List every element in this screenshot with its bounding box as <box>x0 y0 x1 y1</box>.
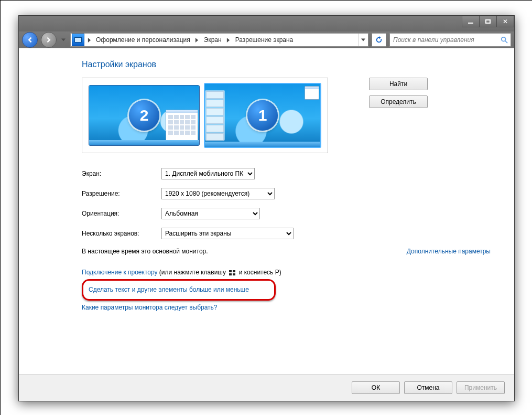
windows-key-icon <box>229 270 236 276</box>
back-button[interactable] <box>22 32 38 48</box>
ok-button[interactable]: ОК <box>352 381 400 394</box>
detect-button[interactable]: Найти <box>369 78 428 90</box>
select-display[interactable]: 1. Дисплей мобильного ПК <box>161 168 255 179</box>
link-projector[interactable]: Подключение к проектору <box>82 269 158 276</box>
identify-button[interactable]: Определить <box>369 95 428 108</box>
forward-button[interactable] <box>41 32 57 48</box>
chevron-right-icon[interactable] <box>85 34 93 46</box>
svg-line-1 <box>505 41 507 43</box>
label-display: Экран: <box>82 170 161 177</box>
monitor-number-badge: 2 <box>129 100 159 131</box>
window-icon <box>305 86 319 100</box>
select-resolution[interactable]: 1920 x 1080 (рекомендуется) <box>161 188 275 199</box>
search-box[interactable] <box>389 33 511 47</box>
crumb-appearance[interactable]: Оформление и персонализация <box>93 34 193 46</box>
path-dropdown[interactable] <box>358 34 368 46</box>
refresh-button[interactable] <box>372 33 386 47</box>
content-area: Настройки экранов 2 <box>19 48 514 375</box>
select-multi[interactable]: Расширить эти экраны <box>161 228 294 239</box>
link-which-settings[interactable]: Какие параметры монитора следует выбрать… <box>82 304 218 311</box>
search-input[interactable] <box>390 36 498 44</box>
apply-button[interactable]: Применить <box>457 381 505 394</box>
link-advanced[interactable]: Дополнительные параметры <box>407 248 491 255</box>
svg-point-0 <box>502 37 506 41</box>
highlight-annotation: Сделать текст и другие элементы больше и… <box>82 279 276 300</box>
monitor-number-badge: 1 <box>247 100 278 131</box>
text-projector-hint2: и коснитесь P) <box>237 269 281 276</box>
address-bar: Оформление и персонализация Экран Разреш… <box>19 31 514 48</box>
window-icon <box>166 110 198 143</box>
monitor-2[interactable]: 2 <box>89 85 200 146</box>
maximize-button[interactable] <box>480 16 497 27</box>
page-title: Настройки экранов <box>82 60 498 69</box>
search-icon <box>498 36 511 44</box>
primary-monitor-text: В настоящее время это основной монитор. <box>82 248 208 255</box>
crumb-resolution[interactable]: Разрешение экрана <box>232 34 297 46</box>
history-dropdown[interactable] <box>60 33 67 47</box>
link-text-size[interactable]: Сделать текст и другие элементы больше и… <box>89 286 249 293</box>
footer-bar: ОК Отмена Применить <box>19 374 514 401</box>
cancel-button[interactable]: Отмена <box>404 381 452 394</box>
monitor-1[interactable]: 1 <box>204 83 321 148</box>
text-projector-hint1: (или нажмите клавишу <box>158 269 228 276</box>
chevron-right-icon[interactable] <box>193 34 201 46</box>
window: Оформление и персонализация Экран Разреш… <box>18 15 515 401</box>
minimize-button[interactable] <box>462 16 480 27</box>
sidebar-icon <box>205 90 225 141</box>
select-orientation[interactable]: Альбомная <box>161 208 260 219</box>
breadcrumb-bar[interactable]: Оформление и персонализация Экран Разреш… <box>70 33 368 47</box>
monitor-arrangement[interactable]: 2 <box>82 78 328 153</box>
close-button[interactable] <box>497 16 514 27</box>
control-panel-icon <box>72 34 84 46</box>
label-orientation: Ориентация: <box>82 210 161 217</box>
crumb-display[interactable]: Экран <box>201 34 225 46</box>
chevron-right-icon[interactable] <box>225 34 232 46</box>
label-resolution: Разрешение: <box>82 190 161 197</box>
label-multi: Несколько экранов: <box>82 230 161 237</box>
title-bar[interactable] <box>19 16 514 31</box>
